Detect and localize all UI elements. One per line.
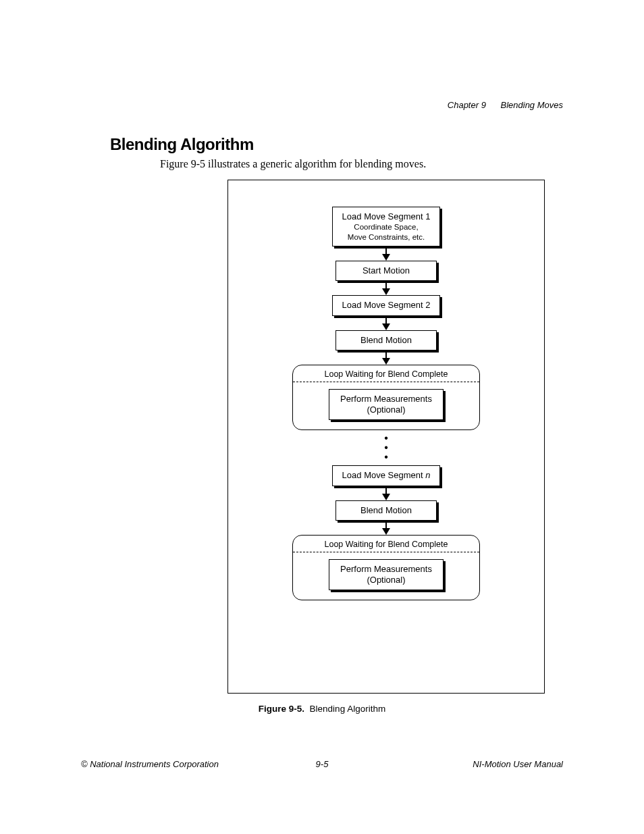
flow-box-load-segment-n: Load Move Segment n xyxy=(332,465,441,486)
arrow-down-icon xyxy=(382,486,390,500)
running-header: Chapter 9 Blending Moves xyxy=(448,100,563,110)
flow-box-text: (Optional) xyxy=(339,575,433,585)
flow-box-blend-motion-1: Blend Motion xyxy=(336,330,437,350)
figure-label: Figure 9-5. xyxy=(259,704,304,714)
flow-loop-blend-complete-1: Loop Waiting for Blend Complete Perform … xyxy=(292,365,480,431)
loop-divider xyxy=(293,552,479,552)
flow-box-load-segment-1: Load Move Segment 1 Coordinate Space, Mo… xyxy=(332,207,441,246)
flow-box-blend-motion-2: Blend Motion xyxy=(336,500,437,521)
flow-box-perform-measurements-1: Perform Measurements (Optional) xyxy=(329,389,444,421)
loop-title: Loop Waiting for Blend Complete xyxy=(325,369,448,382)
flow-box-text: Load Move Segment xyxy=(342,470,426,480)
flow-box-text: Perform Measurements xyxy=(339,394,433,405)
vertical-ellipsis-icon: ••• xyxy=(384,434,388,463)
loop-title: Loop Waiting for Blend Complete xyxy=(325,540,448,552)
flow-box-subtext: Move Constraints, etc. xyxy=(342,232,431,242)
page: Chapter 9 Blending Moves Blending Algori… xyxy=(0,0,644,834)
arrow-down-icon xyxy=(382,281,390,295)
flow-box-text: Start Motion xyxy=(346,265,427,276)
flow-box-perform-measurements-2: Perform Measurements (Optional) xyxy=(329,559,444,591)
flow-box-text: Blend Motion xyxy=(346,505,427,516)
intro-paragraph: Figure 9-5 illustrates a generic algorit… xyxy=(160,158,426,170)
flow-box-load-segment-2: Load Move Segment 2 xyxy=(332,295,441,315)
flow-box-subtext: Coordinate Space, xyxy=(342,222,431,232)
flow-box-start-motion: Start Motion xyxy=(336,261,437,281)
loop-divider xyxy=(293,382,479,382)
flow-box-text: (Optional) xyxy=(339,405,433,415)
arrow-down-icon xyxy=(382,316,390,330)
flow-box-var: n xyxy=(425,470,430,480)
flow-box-text: Load Move Segment 1 xyxy=(342,211,431,222)
flow-box-text: Load Move Segment 2 xyxy=(342,300,431,311)
figure-title: Blending Algorithm xyxy=(310,704,386,714)
arrow-down-icon xyxy=(382,246,390,261)
flow-box-text: Perform Measurements xyxy=(339,564,433,575)
chapter-title: Blending Moves xyxy=(501,100,564,110)
flow-box-text: Blend Motion xyxy=(346,335,427,346)
arrow-down-icon xyxy=(382,350,390,365)
flow-loop-blend-complete-2: Loop Waiting for Blend Complete Perform … xyxy=(292,535,480,601)
figure-caption: Figure 9-5. Blending Algorithm xyxy=(0,704,644,714)
footer-manual-title: NI-Motion User Manual xyxy=(473,759,563,769)
section-heading: Blending Algorithm xyxy=(110,135,254,154)
chapter-number: Chapter 9 xyxy=(448,100,486,110)
arrow-down-icon xyxy=(382,521,390,535)
